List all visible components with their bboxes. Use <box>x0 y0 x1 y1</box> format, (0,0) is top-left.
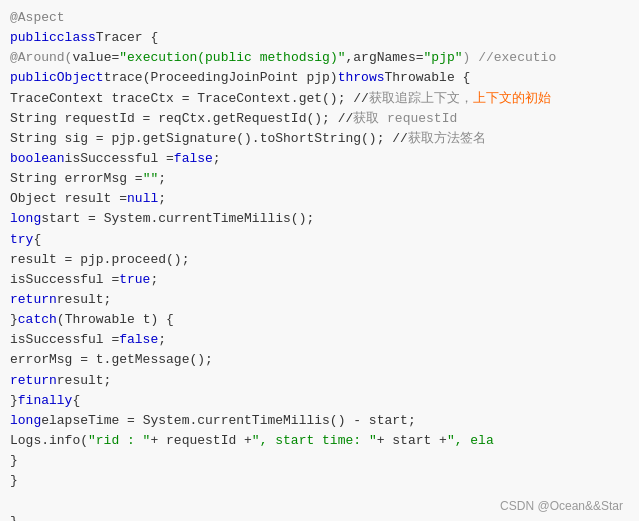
code-segment: , <box>346 48 354 68</box>
code-segment: ", start time: " <box>252 431 377 451</box>
code-segment: null <box>127 189 158 209</box>
table-row: @Aspect <box>0 8 639 28</box>
code-segment: } <box>10 471 18 491</box>
table-row: String requestId = reqCtx.getRequestId()… <box>0 109 639 129</box>
code-segment: result; <box>57 371 112 391</box>
code-segment: public <box>10 68 57 88</box>
code-lines: @Aspectpublic class Tracer { @Around(val… <box>0 8 639 521</box>
table-row: } <box>0 451 639 471</box>
code-segment: 上下文的初始 <box>473 89 551 109</box>
table-row: boolean isSuccessful = false; <box>0 149 639 169</box>
code-segment: true <box>119 270 150 290</box>
code-segment: TraceContext traceCtx = TraceContext.get… <box>10 89 369 109</box>
code-segment: { <box>72 391 80 411</box>
code-segment: 获取 requestId <box>353 109 457 129</box>
code-segment: = <box>416 48 424 68</box>
code-segment: isSuccessful = <box>10 270 119 290</box>
code-segment: ", ela <box>447 431 494 451</box>
table-row: String sig = pjp.getSignature().toShortS… <box>0 129 639 149</box>
code-segment: } <box>10 451 18 471</box>
code-segment: } <box>10 391 18 411</box>
code-segment: 获取追踪上下文， <box>369 89 473 109</box>
table-row: return result; <box>0 290 639 310</box>
footer-text: CSDN @Ocean&&Star <box>500 499 623 513</box>
code-segment: isSuccessful = <box>65 149 174 169</box>
table-row: isSuccessful = false; <box>0 330 639 350</box>
code-segment: ; <box>158 330 166 350</box>
table-row: } <box>0 471 639 491</box>
code-segment: } <box>10 512 18 521</box>
code-segment: return <box>10 371 57 391</box>
code-segment: "execution(public methodsig)" <box>119 48 345 68</box>
code-segment: result = pjp.proceed(); <box>10 250 189 270</box>
code-segment: false <box>174 149 213 169</box>
table-row: result = pjp.proceed(); <box>0 250 639 270</box>
code-segment: trace(ProceedingJoinPoint pjp) <box>104 68 338 88</box>
code-segment: class <box>57 28 96 48</box>
code-segment: String sig = pjp.getSignature().toShortS… <box>10 129 408 149</box>
code-segment: errorMsg = t.getMessage(); <box>10 350 213 370</box>
code-segment: finally <box>18 391 73 411</box>
table-row: TraceContext traceCtx = TraceContext.get… <box>0 89 639 109</box>
code-segment: = <box>111 48 119 68</box>
table-row: long start = System.currentTimeMillis(); <box>0 209 639 229</box>
code-segment: } <box>10 310 18 330</box>
code-segment: 获取方法签名 <box>408 129 486 149</box>
code-segment: try <box>10 230 33 250</box>
table-row: } catch (Throwable t) { <box>0 310 639 330</box>
code-segment: ) //executio <box>463 48 557 68</box>
code-segment: + requestId + <box>150 431 251 451</box>
table-row: public class Tracer { <box>0 28 639 48</box>
code-segment: Logs.info( <box>10 431 88 451</box>
code-segment: catch <box>18 310 57 330</box>
code-segment: argNames <box>353 48 415 68</box>
code-segment: return <box>10 290 57 310</box>
code-container: @Aspectpublic class Tracer { @Around(val… <box>0 0 639 521</box>
table-row: isSuccessful = true; <box>0 270 639 290</box>
table-row: errorMsg = t.getMessage(); <box>0 350 639 370</box>
code-segment: + start + <box>377 431 447 451</box>
code-segment: Object <box>57 68 104 88</box>
table-row: } finally { <box>0 391 639 411</box>
code-segment: "rid : " <box>88 431 150 451</box>
table-row: Logs.info("rid : " + requestId + ", star… <box>0 431 639 451</box>
code-segment: Throwable { <box>384 68 470 88</box>
code-segment: (Throwable t) { <box>57 310 174 330</box>
table-row: try { <box>0 230 639 250</box>
code-segment: ; <box>158 169 166 189</box>
code-segment: isSuccessful = <box>10 330 119 350</box>
code-segment: long <box>10 209 41 229</box>
code-segment: String errorMsg = <box>10 169 143 189</box>
code-segment: String requestId = reqCtx.getRequestId()… <box>10 109 353 129</box>
code-segment: ; <box>150 270 158 290</box>
code-segment: public <box>10 28 57 48</box>
code-segment: throws <box>338 68 385 88</box>
code-segment: "pjp" <box>424 48 463 68</box>
code-segment: @Aspect <box>10 8 65 28</box>
table-row: String errorMsg = ""; <box>0 169 639 189</box>
code-segment: elapseTime = System.currentTimeMillis() … <box>41 411 415 431</box>
code-segment: ; <box>213 149 221 169</box>
code-segment: ; <box>158 189 166 209</box>
code-segment: start = System.currentTimeMillis(); <box>41 209 314 229</box>
code-segment: value <box>72 48 111 68</box>
code-segment: { <box>33 230 41 250</box>
code-segment: boolean <box>10 149 65 169</box>
code-segment: false <box>119 330 158 350</box>
table-row: return result; <box>0 371 639 391</box>
code-segment: @Around( <box>10 48 72 68</box>
code-segment: Tracer { <box>96 28 158 48</box>
table-row: Object result = null; <box>0 189 639 209</box>
code-segment: result; <box>57 290 112 310</box>
code-segment: long <box>10 411 41 431</box>
code-segment: "" <box>143 169 159 189</box>
code-segment: Object result = <box>10 189 127 209</box>
table-row: long elapseTime = System.currentTimeMill… <box>0 411 639 431</box>
table-row: @Around(value = "execution(public method… <box>0 48 639 68</box>
table-row: public Object trace(ProceedingJoinPoint … <box>0 68 639 88</box>
